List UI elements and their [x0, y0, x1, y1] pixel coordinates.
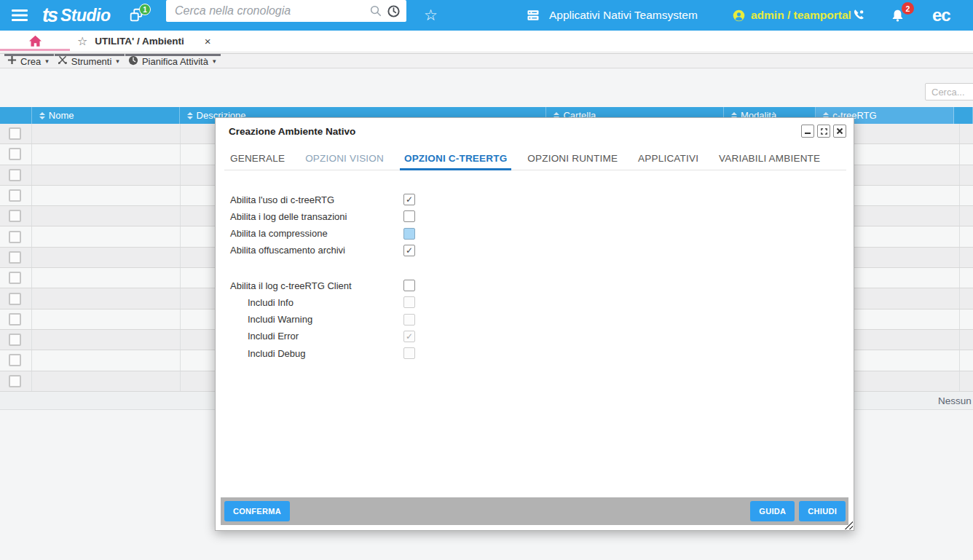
apps-server-icon: [526, 8, 540, 23]
document-tab-strip: ☆ UTILITA' / Ambienti ×: [0, 31, 973, 52]
column-divider: [180, 206, 181, 226]
column-divider: [959, 371, 960, 391]
column-divider: [31, 206, 32, 226]
column-divider: [180, 268, 181, 288]
tab-utilita-ambienti[interactable]: ☆ UTILITA' / Ambienti ×: [70, 31, 223, 52]
form-row: Includi Debug: [230, 346, 667, 360]
column-divider: [180, 186, 181, 205]
search-icon[interactable]: [369, 4, 382, 17]
toolbar-item-strumenti[interactable]: Strumenti▾: [55, 54, 125, 68]
row-checkbox[interactable]: [9, 189, 21, 202]
column-divider: [180, 350, 181, 370]
favorites-star-icon[interactable]: ☆: [424, 0, 438, 31]
row-checkbox[interactable]: [9, 210, 21, 222]
column-divider: [180, 226, 181, 246]
minimize-icon[interactable]: [801, 125, 814, 138]
checkbox-abilita-il-log-c-treertg-client[interactable]: [403, 280, 415, 291]
contact-phone-icon[interactable]: [851, 0, 867, 31]
history-clock-icon[interactable]: [387, 4, 401, 18]
maximize-icon[interactable]: [817, 125, 830, 138]
column-header-nome[interactable]: Nome: [32, 107, 180, 124]
column-divider: [180, 248, 181, 267]
row-checkbox[interactable]: [9, 169, 21, 181]
checkbox-abilita-la-compressione[interactable]: [403, 228, 415, 240]
tab-favorite-star-icon[interactable]: ☆: [77, 34, 87, 48]
chevron-down-icon: ▾: [45, 58, 49, 65]
ec-logo: ec: [932, 0, 950, 31]
dialog-tab-variabili-ambiente[interactable]: VARIABILI AMBIENTE: [717, 150, 822, 170]
checkbox-label: Abilita la compressione: [230, 228, 328, 239]
column-divider: [31, 226, 32, 246]
row-checkbox[interactable]: [9, 127, 21, 140]
column-divider: [180, 371, 181, 391]
column-divider: [180, 309, 181, 329]
column-divider: [959, 288, 960, 308]
table-search-input[interactable]: [925, 83, 973, 100]
open-windows-icon[interactable]: 1: [128, 0, 153, 31]
column-divider: [31, 165, 32, 185]
dialog-tab-generale[interactable]: GENERALE: [229, 150, 286, 170]
history-search-input[interactable]: [175, 4, 365, 17]
app-context[interactable]: Applicativi Nativi Teamsystem: [526, 0, 698, 31]
sort-arrows-icon[interactable]: [187, 112, 193, 119]
user-account[interactable]: admin / teamportal: [733, 0, 851, 31]
form-row: Includi Warning: [230, 312, 667, 327]
checkbox-label: Includi Warning: [248, 314, 312, 325]
column-divider: [959, 144, 960, 164]
guida-button[interactable]: GUIDA: [750, 501, 795, 521]
row-checkbox[interactable]: [9, 375, 21, 387]
toolbar-item-label: Crea: [20, 56, 41, 67]
row-checkbox[interactable]: [9, 231, 21, 243]
chevron-down-icon: ▾: [213, 58, 216, 65]
column-divider: [31, 371, 32, 391]
column-divider: [959, 206, 960, 226]
row-checkbox[interactable]: [9, 293, 21, 305]
row-checkbox[interactable]: [9, 354, 21, 366]
column-divider: [180, 165, 181, 185]
notifications-count-badge: 2: [902, 2, 914, 15]
checkbox-label: Abilita il log c-treeRTG Client: [230, 280, 352, 291]
form-row: Includi Info: [230, 295, 667, 309]
column-divider: [180, 144, 181, 164]
close-icon[interactable]: [833, 125, 846, 138]
dialog-tab-opzioni-c-treertg[interactable]: OPZIONI C-TREERTG: [403, 150, 508, 170]
checkbox-abilita-i-log-delle-transazioni[interactable]: [403, 210, 415, 222]
clock-icon: [128, 55, 138, 68]
toolbar-item-crea[interactable]: Crea▾: [4, 54, 54, 68]
column-divider: [31, 288, 32, 308]
column-divider: [31, 330, 32, 350]
row-checkbox[interactable]: [9, 313, 21, 326]
toolbar-item-pianifica-attività[interactable]: Pianifica Attività▾: [125, 54, 221, 68]
row-checkbox[interactable]: [9, 334, 21, 346]
form-row: Abilita il log c-treeRTG Client: [230, 278, 667, 293]
checkbox-label: Abilita offuscamento archivi: [230, 245, 345, 256]
row-checkbox[interactable]: [9, 272, 21, 284]
studio-logo: ts Studio: [42, 0, 111, 31]
toolbar-item-label: Strumenti: [71, 56, 112, 67]
chiudi-button[interactable]: CHIUDI: [799, 501, 846, 521]
column-divider: [180, 288, 181, 308]
column-divider: [31, 144, 32, 164]
column-divider: [31, 350, 32, 370]
action-toolbar: Crea▾Strumenti▾Pianifica Attività▾: [0, 53, 973, 68]
hamburger-menu-icon[interactable]: [12, 0, 34, 31]
checkbox-label: Abilita i log delle transazioni: [230, 211, 347, 222]
column-divider: [959, 330, 960, 350]
conferma-button[interactable]: CONFERMA: [224, 501, 290, 521]
dialog-tab-opzioni-runtime[interactable]: OPZIONI RUNTIME: [526, 150, 619, 170]
column-header-label: Nome: [49, 110, 74, 121]
history-search-box: [166, 0, 406, 22]
notifications-bell-icon[interactable]: 2: [890, 0, 916, 31]
checkbox-abilita-offuscamento-archivi[interactable]: ✓: [403, 245, 415, 256]
column-divider: [959, 165, 960, 185]
column-divider: [959, 186, 960, 205]
row-checkbox[interactable]: [9, 148, 21, 160]
dialog-tab-applicativi[interactable]: APPLICATIVI: [637, 150, 700, 170]
sort-arrows-icon[interactable]: [39, 112, 45, 119]
checkbox-abilita-l-uso-di-c-treertg[interactable]: ✓: [403, 194, 415, 205]
row-checkbox[interactable]: [9, 251, 21, 264]
dialog-tab-opzioni-vision[interactable]: OPZIONI VISION: [304, 150, 385, 170]
tab-close-icon[interactable]: ×: [205, 35, 211, 47]
column-divider: [959, 226, 960, 246]
tab-home[interactable]: [0, 31, 70, 52]
